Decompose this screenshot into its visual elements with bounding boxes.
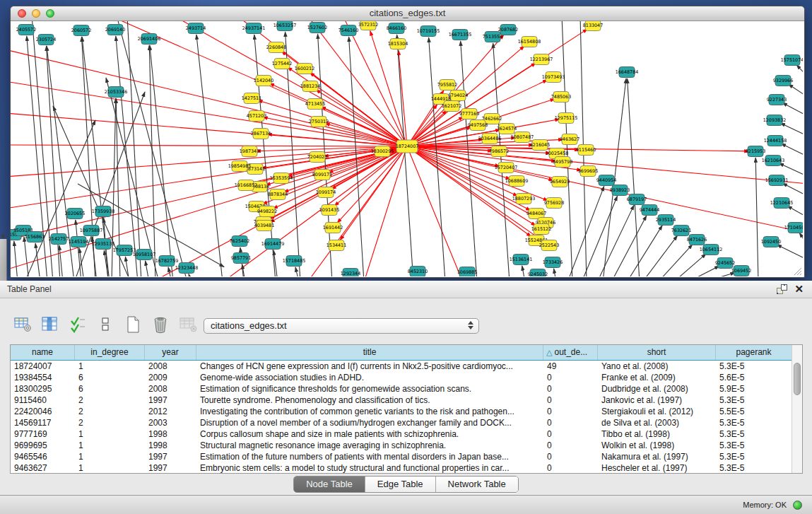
tab-node-table[interactable]: Node Table (294, 477, 365, 492)
network-node[interactable]: 2060572 (71, 25, 91, 36)
table-row[interactable]: 946554611997Estimation of the future num… (11, 451, 802, 462)
network-node[interactable]: 16154808 (518, 37, 541, 47)
network-node[interactable]: 7204023 (307, 152, 327, 163)
network-node[interactable]: 2405572 (16, 25, 36, 35)
network-node[interactable]: 8938923 (610, 185, 630, 196)
new-table-icon[interactable] (123, 314, 143, 335)
network-node[interactable]: 17104504 (784, 223, 803, 233)
network-node[interactable]: 1527602 (307, 23, 327, 33)
network-node[interactable]: 1069452 (731, 266, 751, 276)
zoom-window-button[interactable] (46, 9, 54, 18)
network-node[interactable]: 9329966 (773, 76, 793, 86)
network-node[interactable]: 2493714 (186, 23, 206, 34)
network-node[interactable]: 6879197 (627, 194, 647, 205)
network-node[interactable]: 10653257 (273, 21, 297, 31)
network-node[interactable]: 1145194 (69, 237, 88, 247)
network-node[interactable]: 10688609 (505, 176, 529, 187)
network-node[interactable]: 6216045 (530, 140, 550, 151)
network-node[interactable]: 7546160 (339, 25, 358, 36)
network-node[interactable]: 2867134 (251, 129, 271, 139)
network-node[interactable]: 12323448 (175, 263, 199, 274)
network-node[interactable]: 2069140 (105, 25, 125, 35)
column-header-title[interactable]: title (196, 345, 543, 360)
network-node[interactable]: 8466160 (387, 23, 406, 34)
panel-collapse-arrow-icon[interactable] (1, 233, 4, 239)
minimize-window-button[interactable] (32, 9, 40, 18)
network-node[interactable]: 1815304 (388, 39, 408, 49)
network-node[interactable]: 8495798 (553, 157, 572, 168)
network-node[interactable]: 2087682 (498, 25, 518, 35)
network-node[interactable]: 7986572 (489, 146, 509, 157)
network-node[interactable]: 12935135 (92, 239, 115, 250)
table-settings-icon[interactable] (13, 314, 33, 335)
network-node[interactable]: 8471626 (687, 235, 707, 245)
network-node[interactable]: 1691442 (323, 223, 343, 233)
network-node[interactable]: 15751074 (781, 55, 803, 66)
network-node[interactable]: 21053346 (105, 87, 128, 98)
column-header-out-de-[interactable]: △out_de... (543, 345, 598, 360)
network-node[interactable]: 9756928 (544, 198, 564, 209)
network-node[interactable]: 1099174 (316, 187, 336, 198)
network-node[interactable]: 16648784 (616, 67, 639, 78)
network-node[interactable]: 10975887 (80, 226, 103, 236)
network-node[interactable]: 2750312 (309, 117, 329, 127)
network-node[interactable]: 7485063 (551, 92, 571, 103)
table-row[interactable]: 1872400712008Changes of HCN gene express… (11, 361, 802, 372)
network-node[interactable]: 1292344 (341, 269, 360, 277)
close-window-button[interactable] (18, 9, 26, 18)
network-node[interactable]: 8452310 (408, 267, 428, 277)
network-node[interactable]: 4713455 (305, 99, 325, 110)
network-node[interactable]: 9115460 (576, 145, 596, 156)
memory-status-icon[interactable] (793, 501, 802, 510)
network-node[interactable]: 9654923 (550, 177, 570, 187)
network-node[interactable]: 16671355 (449, 30, 472, 40)
network-node[interactable]: 2020655 (65, 209, 85, 219)
vertical-scrollbar[interactable] (792, 345, 802, 473)
network-node[interactable]: 1600212 (295, 64, 314, 74)
network-node[interactable]: 1987343 (240, 146, 259, 157)
network-node[interactable]: 15718485 (283, 256, 306, 267)
delete-table-icon[interactable] (151, 314, 170, 335)
network-node[interactable]: 1621072 (442, 101, 461, 112)
network-node[interactable]: 7955812 (437, 80, 457, 90)
column-header-name[interactable]: name (11, 345, 75, 360)
tab-edge-table[interactable]: Edge Table (365, 477, 436, 492)
table-row[interactable]: 1830029562008Estimation of significance … (11, 383, 802, 395)
network-node[interactable]: 8878344 (268, 189, 288, 200)
network-node[interactable]: 9245032 (528, 269, 548, 277)
network-node[interactable]: 1275442 (272, 59, 292, 69)
network-node[interactable]: 9857791 (231, 253, 251, 264)
network-node[interactable]: 1881234 (300, 81, 320, 92)
network-node[interactable]: 9498222 (257, 206, 277, 217)
network-node[interactable]: 7513554 (483, 32, 502, 42)
window-titlebar[interactable]: citations_edges.txt (11, 6, 804, 21)
column-header-short[interactable]: short (598, 345, 716, 360)
table-row[interactable]: 977716911998Corpus callosum shape and si… (11, 428, 802, 440)
network-node[interactable]: 8133047 (583, 21, 603, 31)
network-node[interactable]: 9440954 (596, 175, 616, 186)
network-node[interactable]: 7632621 (671, 226, 691, 236)
column-header-year[interactable]: year (145, 345, 196, 360)
network-node[interactable]: 2935114 (656, 215, 676, 226)
resize-grip-icon[interactable] (792, 266, 802, 276)
table-row[interactable]: 1938455462009Genome-wide association stu… (11, 372, 802, 383)
row-height-icon[interactable] (95, 314, 115, 335)
column-header-in-degree[interactable]: in_degree (75, 345, 145, 360)
network-canvas[interactable]: 2405572230572420605722069140206914062493… (11, 21, 803, 276)
table-row[interactable]: 1456911722003Disruption of a novel membe… (11, 417, 802, 428)
network-node[interactable]: 1069885 (457, 267, 477, 277)
network-node[interactable]: 7625402 (230, 236, 249, 247)
network-node[interactable]: 1091435 (319, 205, 339, 216)
network-node[interactable]: 18724007 (396, 140, 419, 153)
network-node[interactable]: 10654112 (700, 245, 723, 255)
network-node[interactable]: 2522543 (539, 240, 559, 251)
network-node[interactable]: 9474444 (640, 205, 659, 216)
network-node[interactable]: 3572312 (358, 21, 378, 30)
network-node[interactable]: 9497568 (468, 120, 488, 131)
network-node[interactable]: 8215953 (746, 146, 765, 157)
network-node[interactable]: 24937141 (242, 23, 266, 34)
network-node[interactable]: 10719155 (417, 26, 440, 37)
network-view-window[interactable]: citations_edges.txt 24055722305724206057… (10, 6, 805, 278)
network-node[interactable]: 9227343 (767, 95, 787, 105)
network-node[interactable]: 16914479 (261, 239, 285, 250)
